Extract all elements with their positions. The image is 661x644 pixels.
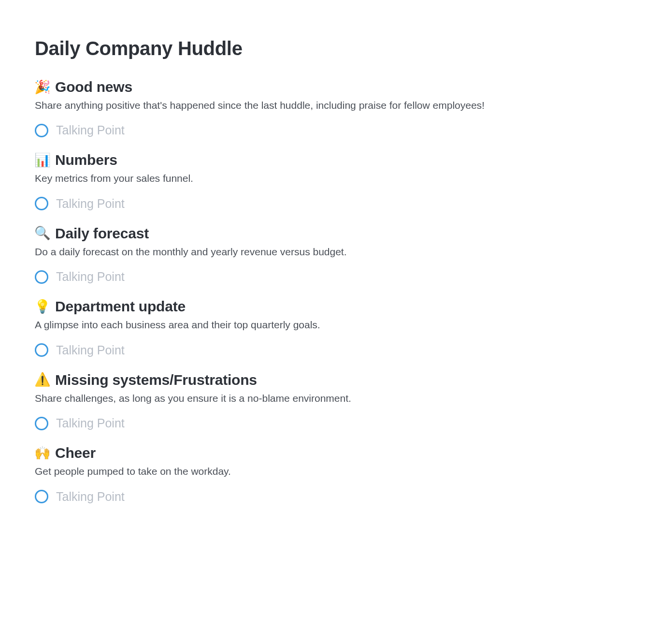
section-heading: 🙌 Cheer [35,445,626,461]
light-bulb-icon: 💡 [35,300,50,313]
section-numbers: 📊 Numbers Key metrics from your sales fu… [35,152,626,210]
checkbox-circle-icon[interactable] [35,343,48,357]
section-desc: Share challenges, as long as you ensure … [35,391,626,406]
talking-point-placeholder: Talking Point [56,270,125,284]
talking-point-row[interactable]: Talking Point [35,270,626,284]
talking-point-row[interactable]: Talking Point [35,416,626,430]
talking-point-placeholder: Talking Point [56,123,125,137]
section-daily-forecast: 🔍 Daily forecast Do a daily forecast on … [35,225,626,284]
section-heading: 🔍 Daily forecast [35,225,626,242]
section-heading: 📊 Numbers [35,152,626,168]
talking-point-row[interactable]: Talking Point [35,123,626,137]
bar-chart-icon: 📊 [35,154,50,167]
talking-point-placeholder: Talking Point [56,490,125,504]
checkbox-circle-icon[interactable] [35,417,48,430]
section-title: Missing systems/Frustrations [55,372,257,388]
section-cheer: 🙌 Cheer Get people pumped to take on the… [35,445,626,503]
checkbox-circle-icon[interactable] [35,270,48,284]
talking-point-placeholder: Talking Point [56,343,125,357]
section-title: Cheer [55,445,96,461]
section-title: Good news [55,79,132,95]
page-title: Daily Company Huddle [35,38,626,59]
section-heading: ⚠️ Missing systems/Frustrations [35,372,626,388]
section-desc: Share anything positive that's happened … [35,98,626,113]
checkbox-circle-icon[interactable] [35,124,48,137]
talking-point-placeholder: Talking Point [56,197,125,211]
section-title: Numbers [55,152,117,168]
section-good-news: 🎉 Good news Share anything positive that… [35,79,626,137]
section-department-update: 💡 Department update A glimpse into each … [35,298,626,357]
page-container: Daily Company Huddle 🎉 Good news Share a… [0,0,661,547]
warning-icon: ⚠️ [35,373,50,386]
talking-point-row[interactable]: Talking Point [35,197,626,211]
section-title: Department update [55,298,186,315]
section-desc: Get people pumped to take on the workday… [35,464,626,479]
talking-point-row[interactable]: Talking Point [35,343,626,357]
party-popper-icon: 🎉 [35,81,50,94]
talking-point-placeholder: Talking Point [56,416,125,430]
checkbox-circle-icon[interactable] [35,197,48,210]
talking-point-row[interactable]: Talking Point [35,490,626,504]
checkbox-circle-icon[interactable] [35,490,48,503]
section-heading: 💡 Department update [35,298,626,315]
section-title: Daily forecast [55,225,149,242]
section-missing-systems: ⚠️ Missing systems/Frustrations Share ch… [35,372,626,430]
raised-hands-icon: 🙌 [35,447,50,460]
section-desc: A glimpse into each business area and th… [35,318,626,332]
section-heading: 🎉 Good news [35,79,626,95]
section-desc: Do a daily forecast on the monthly and y… [35,245,626,259]
magnifying-glass-icon: 🔍 [35,227,50,240]
section-desc: Key metrics from your sales funnel. [35,171,626,186]
